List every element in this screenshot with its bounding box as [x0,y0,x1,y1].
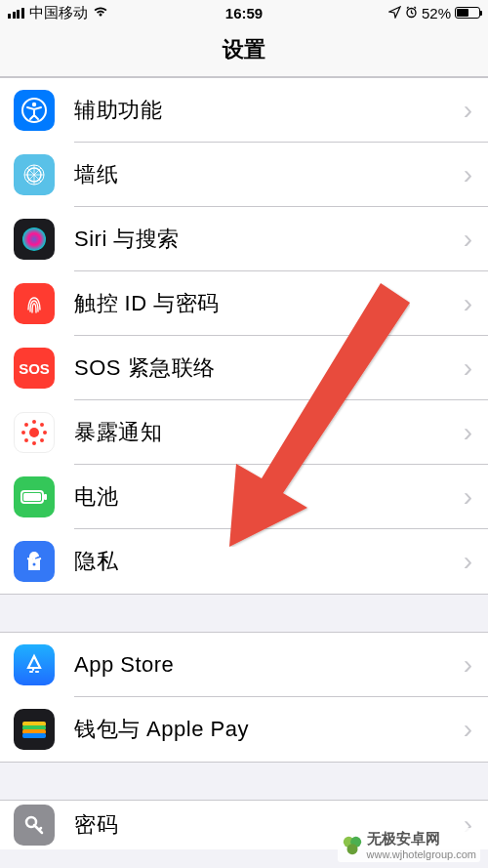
row-label: 电池 [74,482,464,512]
row-label: 暴露通知 [74,418,464,447]
chevron-right-icon: › [464,417,474,448]
row-exposure[interactable]: 暴露通知 › [0,400,488,465]
signal-icon [8,8,24,19]
page-title: 设置 [0,35,488,64]
touchid-icon [14,283,55,324]
row-label: 钱包与 Apple Pay [74,715,464,744]
chevron-right-icon: › [464,546,474,577]
row-app-store[interactable]: App Store › [0,633,488,697]
watermark: 无极安卓网 www.wjhotelgroup.com [338,828,481,862]
row-touchid-passcode[interactable]: 触控 ID 与密码 › [0,271,488,336]
chevron-right-icon: › [464,159,474,190]
svg-point-10 [44,432,46,434]
chevron-right-icon: › [464,714,474,745]
svg-point-5 [22,227,46,251]
appstore-icon [14,644,55,685]
svg-rect-22 [22,733,46,738]
sos-icon: SOS [14,348,55,389]
passwords-icon [14,805,55,846]
wallpaper-icon [14,154,55,195]
row-battery[interactable]: 电池 › [0,465,488,529]
svg-point-11 [25,424,27,426]
svg-point-27 [346,844,357,854]
chevron-right-icon: › [464,649,474,681]
privacy-icon [14,541,55,582]
row-label: 辅助功能 [74,96,464,125]
siri-icon [14,219,55,260]
row-wallpaper[interactable]: 墙纸 › [0,143,488,207]
exposure-icon [14,412,55,453]
row-label: App Store [74,652,464,678]
wallet-icon [14,709,55,750]
chevron-right-icon: › [464,95,474,126]
carrier-label: 中国移动 [29,4,88,22]
svg-point-8 [33,442,35,444]
settings-group-2: App Store › 钱包与 Apple Pay › [0,632,488,763]
battery-icon [455,7,480,19]
row-label: SOS 紧急联络 [74,353,464,383]
svg-point-7 [33,421,35,423]
row-label: 隐私 [74,547,464,576]
svg-point-18 [33,563,36,566]
row-label: 触控 ID 与密码 [74,289,464,318]
alarm-icon [405,5,418,21]
row-siri-search[interactable]: Siri 与搜索 › [0,207,488,271]
battery-icon [14,476,55,517]
svg-rect-17 [44,494,47,500]
row-privacy[interactable]: 隐私 › [0,529,488,594]
watermark-title: 无极安卓网 [367,830,440,847]
settings-group-1: 辅助功能 › 墙纸 › Siri 与搜索 › 触控 ID 与密码 › SOS S… [0,77,488,595]
row-label: 墙纸 [74,160,464,189]
svg-point-13 [25,439,27,441]
row-accessibility[interactable]: 辅助功能 › [0,78,488,143]
svg-point-12 [41,424,43,426]
wifi-icon [93,5,108,21]
chevron-right-icon: › [464,352,474,384]
status-bar: 中国移动 16:59 52% [0,0,488,25]
nav-bar: 设置 [0,25,488,77]
row-sos[interactable]: SOS SOS 紧急联络 › [0,336,488,400]
status-time: 16:59 [225,5,263,21]
accessibility-icon [14,90,55,131]
svg-point-6 [29,428,39,437]
row-wallet[interactable]: 钱包与 Apple Pay › [0,697,488,762]
svg-point-2 [32,103,36,106]
watermark-logo-icon [342,835,363,856]
svg-point-14 [41,439,43,441]
chevron-right-icon: › [464,288,474,319]
watermark-url: www.wjhotelgroup.com [367,848,477,860]
battery-percent: 52% [422,5,451,21]
chevron-right-icon: › [464,481,474,513]
svg-point-9 [22,432,24,434]
row-label: Siri 与搜索 [74,225,464,254]
location-icon [388,5,401,21]
svg-rect-16 [23,493,41,501]
chevron-right-icon: › [464,224,474,255]
